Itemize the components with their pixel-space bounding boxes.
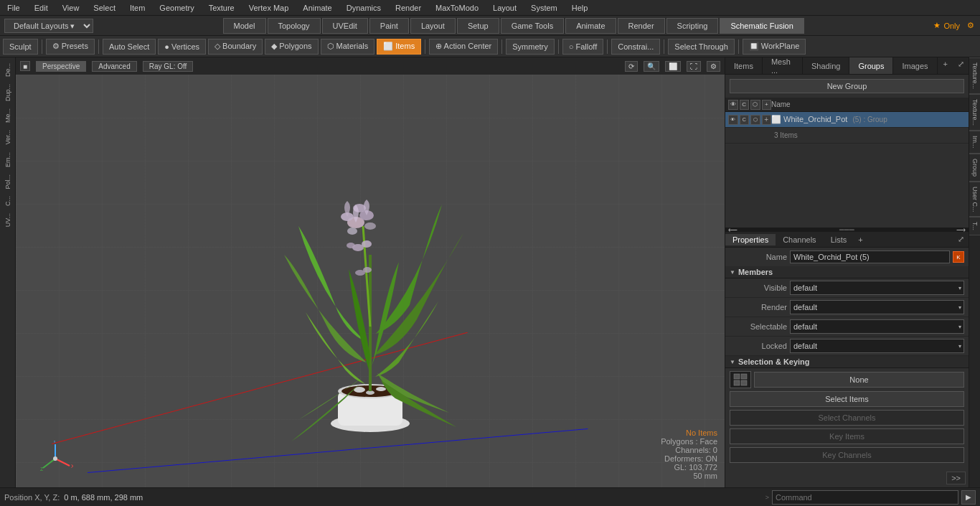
command-run-button[interactable]: ▶ (961, 490, 976, 505)
panel-tab-shading[interactable]: Shading (803, 57, 849, 74)
boundary-button[interactable]: ◇ Boundary (208, 39, 263, 55)
polygons-button[interactable]: ◆ Polygons (265, 39, 318, 55)
sidebar-item-c[interactable]: C... (3, 193, 13, 209)
tab-render[interactable]: Render (618, 18, 665, 34)
presets-button[interactable]: ⚙ Presets (46, 39, 95, 55)
new-group-button[interactable]: New Group (730, 79, 964, 93)
items-button[interactable]: ⬜ Items (377, 39, 421, 55)
sidebar-item-me[interactable]: Me... (3, 106, 13, 126)
prop-tab-icon-add[interactable]: + (854, 234, 867, 245)
menu-texture[interactable]: Texture (206, 4, 237, 12)
workplane-button[interactable]: 🔲 WorkPlane (743, 39, 806, 55)
none-button[interactable]: None (754, 372, 964, 388)
render-select[interactable]: default (790, 300, 964, 314)
col-icon-eye[interactable]: 👁 (728, 100, 738, 110)
select-through-button[interactable]: Select Through (668, 39, 734, 55)
vp-advanced[interactable]: Advanced (92, 61, 136, 72)
vp-icon-zoom[interactable]: 🔍 (644, 61, 659, 72)
menu-select[interactable]: Select (90, 4, 118, 12)
vp-perspective[interactable]: Perspective (36, 61, 86, 72)
key-channels-button[interactable]: Key Channels (730, 447, 964, 463)
sidebar-item-pol[interactable]: Pol... (3, 172, 13, 192)
viewport[interactable]: ■ Perspective Advanced Ray GL: Off ⟳ 🔍 ⬜… (16, 57, 725, 487)
menu-system[interactable]: System (528, 4, 560, 12)
item-row-1[interactable]: 👁 C ⬡ + ⬜ White_Orchid_Pot (5) : Group (725, 112, 969, 128)
tab-topology[interactable]: Topology (268, 18, 321, 34)
tab-setup[interactable]: Setup (457, 18, 499, 34)
vp-toggle[interactable]: ■ (20, 61, 30, 71)
vp-icon-fullscreen[interactable]: ⛶ (687, 61, 701, 72)
key-items-button[interactable]: Key Items (730, 428, 964, 444)
panel-resize-btn[interactable]: ⤢ (953, 57, 969, 74)
name-right-icon[interactable]: K (953, 251, 964, 263)
collapse-button[interactable]: >> (946, 472, 966, 484)
col-icon-add[interactable]: + (762, 100, 772, 110)
menu-geometry[interactable]: Geometry (156, 4, 197, 12)
sidebar-item-uv[interactable]: UV... (3, 210, 13, 230)
name-input[interactable] (790, 250, 950, 263)
menu-vertex-map[interactable]: Vertex Map (246, 4, 292, 12)
layout-dropdown[interactable]: Default Layouts ▾ (4, 19, 93, 33)
menu-animate[interactable]: Animate (300, 4, 334, 12)
panel-tab-images[interactable]: Images (893, 57, 937, 74)
prop-resize-btn[interactable]: ⤢ (953, 233, 969, 245)
tab-schematic-fusion[interactable]: Schematic Fusion (720, 18, 804, 34)
command-input[interactable] (772, 490, 958, 505)
prop-tab-properties[interactable]: Properties (725, 234, 776, 245)
row-cam-icon[interactable]: C (740, 115, 750, 125)
tab-uvedit[interactable]: UVEdit (322, 18, 368, 34)
tab-paint[interactable]: Paint (369, 18, 409, 34)
menu-maxtomodo[interactable]: MaxToModo (433, 4, 481, 12)
symmetry-button[interactable]: Symmetry (506, 39, 555, 55)
tab-animate[interactable]: Animate (565, 18, 616, 34)
tab-scripting[interactable]: Scripting (666, 18, 719, 34)
panel-tab-groups[interactable]: Groups (849, 57, 893, 74)
tab-layout[interactable]: Layout (410, 18, 456, 34)
falloff-button[interactable]: ○ Falloff (562, 39, 603, 55)
sidebar-item-em[interactable]: Em... (3, 149, 13, 170)
sidebar-item-de[interactable]: De... (3, 60, 13, 80)
vp-icon-settings[interactable]: ⚙ (707, 61, 720, 72)
item-row-sub[interactable]: 3 Items (725, 128, 969, 144)
action-center-button[interactable]: ⊕ Action Center (429, 39, 498, 55)
menu-dynamics[interactable]: Dynamics (344, 4, 384, 12)
vertices-button[interactable]: ● Vertices (158, 39, 206, 55)
row-shape-icon[interactable]: ⬡ (750, 115, 760, 125)
tab-model[interactable]: Model (223, 18, 266, 34)
menu-help[interactable]: Help (569, 4, 591, 12)
menu-render[interactable]: Render (392, 4, 424, 12)
edge-tab-user-c[interactable]: User C... (969, 182, 980, 217)
materials-button[interactable]: ⬡ Materials (321, 39, 375, 55)
panel-tab-items[interactable]: Items (725, 57, 763, 74)
menu-view[interactable]: View (60, 4, 83, 12)
edge-tab-texture1[interactable]: Texture... (969, 57, 980, 94)
row-eye-icon[interactable]: 👁 (728, 115, 738, 125)
sidebar-item-dup[interactable]: Dup... (3, 81, 13, 104)
panel-tab-add[interactable]: + (938, 57, 953, 74)
members-section-header[interactable]: ▼ Members (725, 266, 969, 278)
prop-tab-channels[interactable]: Channels (776, 234, 823, 245)
vp-icon-frame[interactable]: ⬜ (665, 61, 681, 72)
sculpt-button[interactable]: Sculpt (3, 39, 38, 55)
menu-item[interactable]: Item (127, 4, 148, 12)
col-icon-shape[interactable]: ⬡ (750, 100, 760, 110)
prop-tab-lists[interactable]: Lists (824, 234, 854, 245)
edge-tab-im[interactable]: Im... (969, 131, 980, 154)
sel-keying-header[interactable]: ▼ Selection & Keying (725, 356, 969, 368)
select-channels-button[interactable]: Select Channels (730, 410, 964, 426)
edge-tab-texture2[interactable]: Texture... (969, 94, 980, 131)
vp-raygl[interactable]: Ray GL: Off (143, 61, 194, 72)
panel-tab-mesh[interactable]: Mesh ... (763, 57, 803, 74)
menu-edit[interactable]: Edit (32, 4, 51, 12)
col-icon-camera[interactable]: C (740, 100, 750, 110)
auto-select-button[interactable]: Auto Select (103, 39, 156, 55)
sidebar-item-ver[interactable]: Ver... (3, 127, 13, 148)
constraints-button[interactable]: Constrai... (611, 39, 660, 55)
tab-gametools[interactable]: Game Tools (501, 18, 565, 34)
selectable-select[interactable]: default (790, 319, 964, 334)
select-items-button[interactable]: Select Items (730, 391, 964, 407)
locked-select[interactable]: default (790, 339, 964, 353)
vp-icon-rotate[interactable]: ⟳ (625, 61, 638, 72)
settings-icon[interactable]: ⚙ (967, 21, 974, 30)
edge-tab-group[interactable]: Group (969, 154, 980, 182)
